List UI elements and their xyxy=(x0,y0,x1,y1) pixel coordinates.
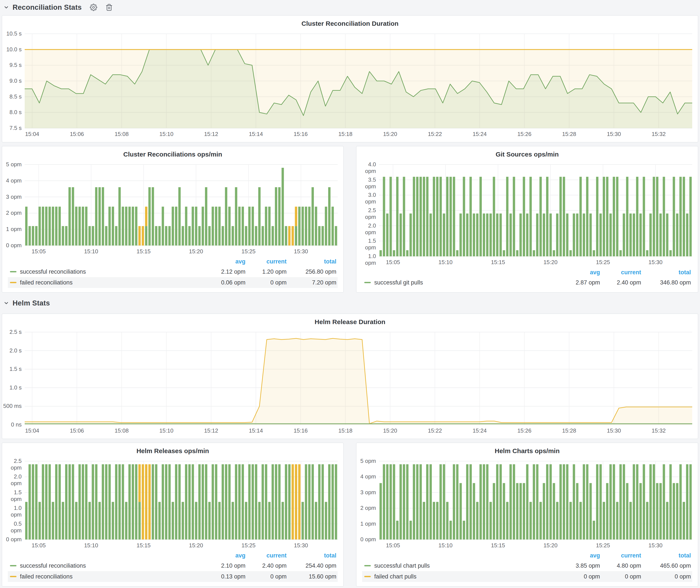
bar-successful xyxy=(302,502,304,540)
legend-series-label[interactable]: successful chart pulls xyxy=(362,562,560,569)
section-title[interactable]: Helm Stats xyxy=(13,299,50,307)
bar-failed xyxy=(145,464,147,540)
legend-sort-avg[interactable]: avg xyxy=(206,258,247,265)
legend-sort-total[interactable]: total xyxy=(288,258,338,265)
helm-charts-chart[interactable]: 5 opm4 opm3 opm2 opm1 opm0 opm15:0515:10… xyxy=(356,456,698,551)
bar-successful xyxy=(192,464,194,540)
legend-series-label[interactable]: failed reconciliations xyxy=(8,279,206,286)
legend-sort-avg[interactable]: avg xyxy=(206,552,247,559)
bar-successful xyxy=(158,502,161,540)
legend-sort-avg[interactable]: avg xyxy=(560,269,601,276)
trash-icon[interactable] xyxy=(105,4,113,11)
legend-sort-total[interactable]: total xyxy=(642,269,692,276)
legend-sort-current[interactable]: current xyxy=(601,552,642,559)
bar-successful xyxy=(626,177,628,256)
helm-releases-chart[interactable]: 2.5 opm2.0 opm1.5 opm1.0 opm0.5 opm0 opm… xyxy=(2,456,343,551)
bar-successful xyxy=(476,213,479,256)
chart-canvas xyxy=(356,160,698,268)
bar-successful xyxy=(629,502,632,540)
bar-successful xyxy=(653,464,655,540)
bar-successful xyxy=(168,464,171,540)
bar-successful xyxy=(436,502,439,540)
bar-successful xyxy=(102,187,104,246)
bar-successful xyxy=(182,502,184,540)
legend-stat-value: 0 opm xyxy=(642,573,692,580)
bar-successful xyxy=(68,464,71,540)
bar-successful xyxy=(95,187,97,246)
bar-successful xyxy=(85,207,87,246)
bar-successful xyxy=(556,502,558,540)
bar-successful xyxy=(486,213,489,256)
bar-successful xyxy=(389,464,392,540)
bar-successful xyxy=(393,464,395,540)
cluster-reconciliation-duration-chart[interactable]: 10.5 s10.0 s9.5 s9.0 s8.5 s8.0 s7.5 s15:… xyxy=(2,29,698,139)
section-header-reconciliation-stats[interactable]: Reconciliation Stats xyxy=(3,1,113,13)
bar-successful xyxy=(523,483,525,540)
bar-successful xyxy=(285,226,287,246)
legend-sort-avg[interactable]: avg xyxy=(560,552,601,559)
bar-successful xyxy=(202,207,204,246)
bar-successful xyxy=(265,464,267,540)
bar-successful xyxy=(268,207,271,246)
bar-successful xyxy=(72,187,74,246)
gear-icon[interactable] xyxy=(90,4,97,11)
bar-failed xyxy=(148,464,151,540)
bar-successful xyxy=(305,207,307,246)
bar-successful xyxy=(486,464,489,540)
bar-successful xyxy=(573,213,575,256)
panel-title[interactable]: Helm Release Duration xyxy=(2,314,698,327)
panel-title[interactable]: Git Sources ops/min xyxy=(356,146,698,160)
chart-canvas xyxy=(2,29,698,139)
cluster-reconciliations-chart[interactable]: 5 opm4 opm3 opm2 opm1 opm0 opm15:0515:10… xyxy=(2,160,343,257)
bar-successful xyxy=(573,464,575,540)
bar-successful xyxy=(643,464,645,540)
panel-title[interactable]: Cluster Reconciliation Duration xyxy=(2,16,698,29)
bar-successful xyxy=(553,250,555,256)
bar-successful xyxy=(48,207,51,246)
helm-release-duration-chart[interactable]: 2.5 s2.0 s1.5 s1.0 s500 ms0 ns15:0415:06… xyxy=(2,327,698,436)
bar-successful xyxy=(533,250,535,256)
bar-successful xyxy=(208,502,211,540)
bar-successful xyxy=(182,226,184,246)
legend-sort-current[interactable]: current xyxy=(601,269,642,276)
legend-series-label[interactable]: successful reconciliations xyxy=(8,268,206,275)
legend-stat-value: 254.40 opm xyxy=(288,562,338,569)
legend-series-label[interactable]: successful reconciliations xyxy=(8,562,206,569)
bar-successful xyxy=(513,177,515,256)
panel-title[interactable]: Cluster Reconciliations ops/min xyxy=(2,146,343,160)
legend-series-color-icon xyxy=(364,576,371,577)
bar-successful xyxy=(168,226,171,246)
bar-successful xyxy=(616,502,618,540)
panel-title[interactable]: Helm Charts ops/min xyxy=(356,443,698,456)
bar-successful xyxy=(39,502,41,540)
bar-successful xyxy=(325,502,327,540)
panel-title[interactable]: Helm Releases ops/min xyxy=(2,443,343,456)
bar-successful xyxy=(479,464,482,540)
bar-successful xyxy=(529,177,532,256)
bar-successful xyxy=(613,464,615,540)
legend-sort-total[interactable]: total xyxy=(288,552,338,559)
bar-successful xyxy=(526,213,529,256)
bar-successful xyxy=(98,502,101,540)
bar-successful xyxy=(546,464,548,540)
bar-successful xyxy=(308,464,311,540)
bar-failed xyxy=(292,464,294,540)
git-sources-chart[interactable]: 4.0 opm3.5 opm3.0 opm2.5 opm2.0 opm1.5 o… xyxy=(356,160,698,268)
bar-successful xyxy=(636,177,639,256)
section-header-helm-stats[interactable]: Helm Stats xyxy=(3,297,50,309)
legend-sort-total[interactable]: total xyxy=(642,552,692,559)
legend-stat-value: 3.85 opm xyxy=(560,562,601,569)
bar-successful xyxy=(669,250,672,256)
section-title[interactable]: Reconciliation Stats xyxy=(13,3,82,11)
bar-successful xyxy=(653,177,655,256)
legend-row: successful chart pulls3.85 opm4.80 opm46… xyxy=(362,560,692,571)
legend-sort-current[interactable]: current xyxy=(247,552,288,559)
legend-series-label[interactable]: failed chart pulls xyxy=(362,573,560,580)
bar-successful xyxy=(679,177,682,256)
bar-successful xyxy=(92,226,94,246)
legend-sort-current[interactable]: current xyxy=(247,258,288,265)
legend-row: failed reconciliations0.13 opm0 opm15.60… xyxy=(8,571,338,582)
legend-series-label[interactable]: failed reconciliations xyxy=(8,573,206,580)
bar-successful xyxy=(198,464,201,540)
legend-series-label[interactable]: successful git pulls xyxy=(362,279,560,286)
